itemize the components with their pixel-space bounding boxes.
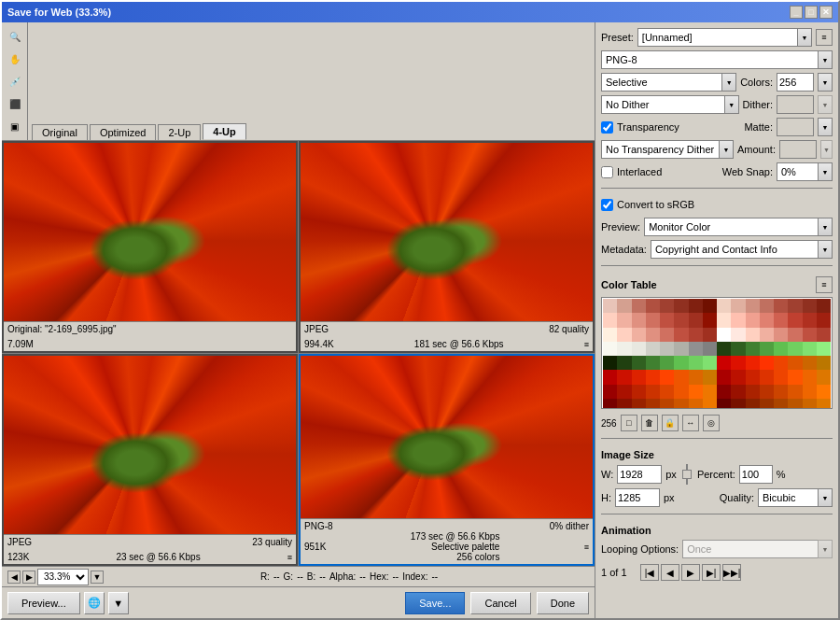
color-swatch[interactable] — [731, 370, 745, 384]
color-swatch[interactable] — [717, 342, 731, 356]
color-swatch[interactable] — [617, 370, 631, 384]
color-swatch[interactable] — [760, 313, 774, 327]
color-swatch[interactable] — [674, 356, 688, 370]
color-swatch[interactable] — [703, 313, 717, 327]
color-swatch[interactable] — [803, 399, 817, 409]
width-input[interactable] — [617, 465, 662, 484]
transp-dither-arrow[interactable]: ▼ — [719, 140, 734, 159]
color-swatch[interactable] — [731, 342, 745, 356]
web-snap-select[interactable]: 0% — [777, 162, 818, 181]
color-swatch[interactable] — [646, 299, 660, 313]
color-swatch[interactable] — [803, 356, 817, 370]
eyedropper-tool-button[interactable]: 💉 — [5, 71, 25, 92]
color-swatch[interactable] — [731, 356, 745, 370]
color-swatch[interactable] — [703, 370, 717, 384]
color-swatch[interactable] — [717, 299, 731, 313]
color-swatch[interactable] — [731, 328, 745, 342]
transparency-checkbox[interactable] — [601, 121, 613, 134]
color-swatch[interactable] — [731, 399, 745, 409]
color-swatch[interactable] — [689, 370, 703, 384]
interlaced-checkbox[interactable] — [601, 166, 613, 178]
color-swatch[interactable] — [703, 342, 717, 356]
color-swatch[interactable] — [788, 370, 802, 384]
color-swatch[interactable] — [817, 328, 831, 342]
color-table-menu-button[interactable]: ≡ — [816, 276, 833, 293]
color-swatch[interactable] — [660, 328, 674, 342]
color-swatch[interactable] — [646, 313, 660, 327]
color-swatch[interactable] — [817, 313, 831, 327]
reduction-arrow[interactable]: ▼ — [721, 73, 736, 92]
percent-input[interactable] — [739, 465, 773, 484]
lock-color-button[interactable]: 🔒 — [662, 415, 679, 431]
color-swatch[interactable] — [603, 370, 617, 384]
color-swatch[interactable] — [803, 370, 817, 384]
color-swatch[interactable] — [617, 313, 631, 327]
transp-dither-select[interactable]: No Transparency Dither — [601, 140, 719, 159]
color-swatch[interactable] — [703, 299, 717, 313]
color-swatch[interactable] — [674, 299, 688, 313]
preview-cell-original[interactable]: Original: "2-169_6995.jpg" 7.09M — [2, 141, 298, 353]
color-swatch[interactable] — [731, 299, 745, 313]
color-swatch[interactable] — [632, 370, 646, 384]
color-swatch[interactable] — [746, 399, 760, 409]
color-swatch[interactable] — [689, 399, 703, 409]
color-swatch[interactable] — [760, 299, 774, 313]
quality-select[interactable]: Bicubic — [758, 488, 818, 507]
color-swatch[interactable] — [803, 328, 817, 342]
zoom-prev-button[interactable]: ◀ — [7, 571, 21, 584]
color-swatch[interactable] — [617, 299, 631, 313]
color-swatch[interactable] — [817, 342, 831, 356]
amount-input[interactable] — [779, 140, 817, 159]
browser-dropdown-button[interactable]: ▼ — [108, 592, 129, 614]
done-button[interactable]: Done — [537, 592, 589, 614]
color-swatch[interactable] — [760, 356, 774, 370]
preset-menu-button[interactable]: ≡ — [816, 29, 833, 46]
zoom-select[interactable]: 33.3% 50% 100% — [37, 569, 89, 585]
height-input[interactable] — [615, 488, 660, 507]
color-swatch[interactable] — [703, 385, 717, 399]
color-swatch[interactable] — [717, 399, 731, 409]
color-swatch[interactable] — [703, 399, 717, 409]
color-swatch[interactable] — [660, 399, 674, 409]
dither-amount-input[interactable] — [777, 95, 814, 114]
tab-2up[interactable]: 2-Up — [158, 124, 201, 140]
zoom-next-button[interactable]: ▶ — [22, 571, 35, 584]
dither-select[interactable]: No Dither — [601, 95, 724, 114]
anim-play-button[interactable]: ▶ — [681, 564, 700, 581]
color-swatch[interactable] — [674, 385, 688, 399]
png8-menu-icon[interactable]: ≡ — [584, 542, 589, 552]
maximize-button[interactable]: □ — [805, 6, 818, 19]
color-swatch[interactable] — [703, 328, 717, 342]
colors-arrow[interactable]: ▼ — [818, 73, 833, 92]
color-swatch[interactable] — [603, 356, 617, 370]
preview-cell-jpeg23[interactable]: JPEG 23 quality 123K 23 sec @ 56.6 Kbps … — [2, 354, 298, 566]
color-swatch[interactable] — [632, 313, 646, 327]
color-swatch[interactable] — [788, 328, 802, 342]
color-swatch[interactable] — [689, 313, 703, 327]
color-swatch[interactable] — [817, 399, 831, 409]
reduction-select[interactable]: Selective — [601, 73, 721, 92]
preview-cell-jpeg82[interactable]: JPEG 82 quality 994.4K 181 sec @ 56.6 Kb… — [299, 141, 595, 353]
save-button[interactable]: Save... — [405, 592, 465, 614]
format-select[interactable]: PNG-8 — [601, 50, 818, 69]
color-swatch[interactable] — [660, 356, 674, 370]
color-swatch[interactable] — [674, 342, 688, 356]
color-swatch[interactable] — [617, 328, 631, 342]
color-swatch[interactable] — [660, 342, 674, 356]
color-swatch[interactable] — [817, 299, 831, 313]
color-swatch[interactable] — [646, 342, 660, 356]
color-swatch[interactable] — [660, 370, 674, 384]
preset-select[interactable]: [Unnamed] — [637, 28, 797, 47]
tab-optimized[interactable]: Optimized — [90, 124, 157, 140]
dither-amount-arrow[interactable]: ▼ — [818, 95, 833, 114]
color-swatch[interactable] — [660, 299, 674, 313]
color-swatch[interactable] — [746, 370, 760, 384]
color-swatch[interactable] — [660, 313, 674, 327]
anim-prev-button[interactable]: ◀ — [661, 564, 679, 581]
color-swatch[interactable] — [689, 356, 703, 370]
color-swatch[interactable] — [632, 342, 646, 356]
color-swatch[interactable] — [603, 385, 617, 399]
color-swatch[interactable] — [774, 342, 788, 356]
color-swatch[interactable] — [617, 385, 631, 399]
color-swatch[interactable] — [689, 328, 703, 342]
